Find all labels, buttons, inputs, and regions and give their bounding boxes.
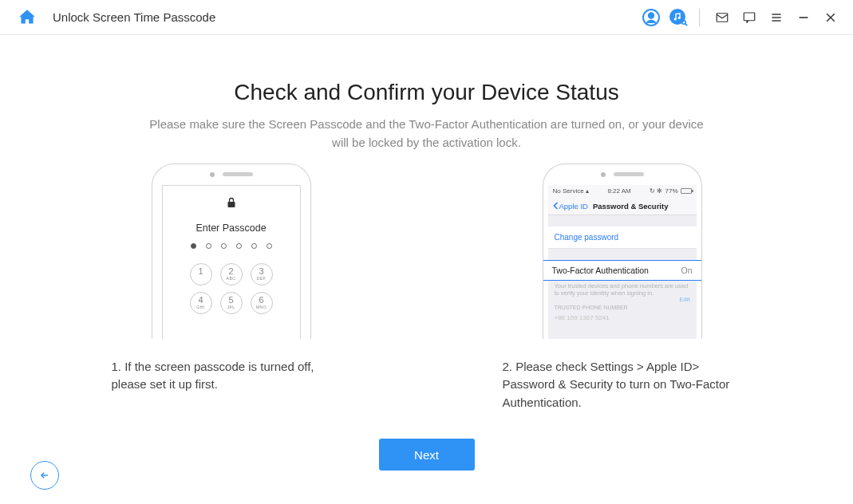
home-icon[interactable] [16,6,38,29]
passcode-dots [163,243,300,249]
music-search-icon[interactable] [667,6,689,29]
svg-point-2 [669,9,685,25]
phone-status-bar: No Service ▴ 8:22 AM ↻ ✻ 77% [548,185,697,198]
svg-point-4 [678,16,681,18]
header-divider [699,9,700,26]
phone-tfa-illustration: No Service ▴ 8:22 AM ↻ ✻ 77% Apple ID Pa… [543,163,702,339]
passcode-column: Enter Passcode 1 2ABC 3DEF 4GHI [112,163,351,412]
tfa-column: No Service ▴ 8:22 AM ↻ ✻ 77% Apple ID Pa… [503,163,742,412]
change-password-cell: Change password [548,226,697,249]
back-button[interactable] [30,461,59,490]
feedback-icon[interactable] [738,6,760,29]
tfa-state: On [681,266,692,275]
svg-point-3 [674,18,677,20]
keypad: 1 2ABC 3DEF 4GHI 5JKL 6MNO [163,263,300,314]
svg-rect-7 [717,13,728,22]
two-factor-auth-row: Two-Factor Authentication On [543,260,701,281]
caption-passcode: 1. If the screen passcode is turned off,… [112,358,351,394]
menu-icon[interactable] [765,6,788,29]
mail-icon[interactable] [711,6,733,29]
svg-line-6 [685,23,687,25]
svg-point-1 [649,13,654,18]
svg-point-5 [682,20,685,23]
minimize-button[interactable] [792,6,815,29]
phone-nav-bar: Apple ID Password & Security [548,198,697,215]
lock-icon [163,197,300,211]
back-to-apple-id: Apple ID [553,202,588,211]
tfa-note: Your trusted devices and phone numbers a… [555,282,690,305]
account-icon[interactable] [640,6,662,29]
svg-rect-8 [744,13,755,21]
trusted-number: +86 159 1367 5241 [555,314,610,321]
enter-passcode-label: Enter Passcode [163,222,300,234]
page-subtitle: Please make sure the Screen Passcode and… [148,115,706,152]
next-button[interactable]: Next [379,439,475,471]
caption-tfa: 2. Please check Settings > Apple ID> Pas… [503,358,742,412]
page-title: Check and Confirm your Device Status [0,80,853,105]
main-content: Check and Confirm your Device Status Ple… [0,35,853,471]
header-title: Unlock Screen Time Passcode [53,10,215,24]
trusted-number-header: TRUSTED PHONE NUMBER [555,305,628,310]
app-header: Unlock Screen Time Passcode [0,0,853,35]
svg-rect-15 [227,202,235,207]
phone-passcode-illustration: Enter Passcode 1 2ABC 3DEF 4GHI [152,163,311,339]
tfa-label: Two-Factor Authentication [552,266,649,275]
close-button[interactable] [819,6,842,29]
